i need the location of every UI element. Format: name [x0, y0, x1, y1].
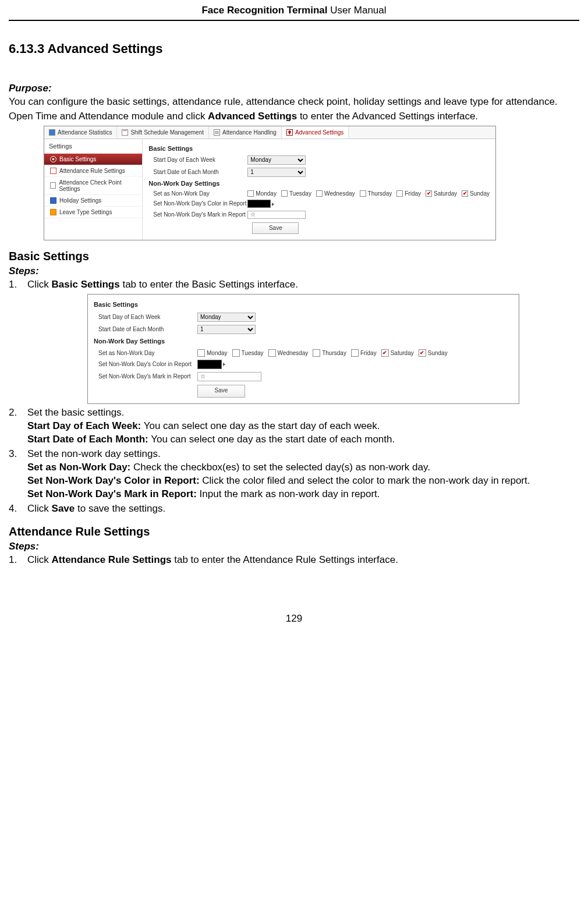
fig2-mark-input[interactable]: ☆	[197, 372, 261, 381]
main-pane: Basic Settings Start Day of Each Week Mo…	[143, 139, 495, 240]
settings-sidebar: Settings Basic Settings Attendance Rule …	[44, 139, 143, 240]
sidebar-item-basic[interactable]: Basic Settings	[44, 154, 142, 165]
save-button[interactable]: Save	[252, 222, 299, 234]
label-start-day: Start Day of Each Week	[148, 157, 247, 163]
sidebar-item-rule[interactable]: Attendance Rule Settings	[44, 165, 142, 177]
header-title-rest: User Manual	[327, 5, 386, 16]
sidebar-item-holiday[interactable]: Holiday Settings	[44, 195, 142, 207]
cb-sunday[interactable]: ✔Sunday	[462, 190, 490, 197]
list-icon	[214, 129, 220, 136]
flag-icon	[50, 197, 56, 204]
cb-friday[interactable]: ✔Friday	[396, 190, 421, 197]
subheading-basic: Basic Settings	[9, 250, 579, 263]
sidebar-item-leave[interactable]: Leave Type Settings	[44, 207, 142, 218]
steps-list-rule: Click Attendance Rule Settings tab to en…	[9, 554, 579, 567]
step-2: Set the basic settings. Start Day of Eac…	[9, 406, 579, 446]
tab-attendance-handling[interactable]: Attendance Handling	[209, 126, 282, 139]
fig2-color-picker[interactable]	[197, 360, 222, 369]
label-set-nonwork: Set as Non-Work Day	[148, 190, 247, 197]
fig2-group-basic: Basic Settings	[94, 300, 513, 309]
mark-input[interactable]: ☆	[247, 211, 306, 219]
sidebar-item-checkpoint[interactable]: Attendance Check Point Settings	[44, 177, 142, 195]
fig2-checkbox-row-days: ✔Monday ✔Tuesday ✔Wednesday ✔Thursday ✔F…	[197, 349, 448, 357]
steps-list-basic: Click Basic Settings tab to enter the Ba…	[9, 278, 579, 516]
page-number: 129	[9, 613, 579, 625]
cb-thursday[interactable]: ✔Thursday	[360, 190, 392, 197]
tab-shift-schedule[interactable]: Shift Schedule Management	[117, 126, 209, 139]
cb-wednesday[interactable]: ✔Wednesday	[316, 190, 355, 197]
fig2-group-nonwork: Non-Work Day Settings	[94, 337, 513, 346]
fig2-cb-wednesday[interactable]: ✔Wednesday	[268, 349, 309, 357]
group-nonwork: Non-Work Day Settings	[148, 180, 490, 187]
fig2-select-start-date[interactable]: 1	[197, 325, 256, 334]
fig2-label-start-day: Start Day of Each Week	[94, 313, 197, 321]
select-start-day[interactable]: Monday	[247, 155, 306, 165]
cb-tuesday[interactable]: ✔Tuesday	[281, 190, 311, 197]
calendar-small-icon	[50, 168, 56, 174]
fig2-cb-monday[interactable]: ✔Monday	[197, 349, 228, 357]
page-header: Face Recognition Terminal User Manual	[9, 0, 579, 21]
tab-attendance-statistics[interactable]: Attendance Statistics	[44, 126, 117, 139]
rule-step-1: Click Attendance Rule Settings tab to en…	[9, 554, 579, 567]
color-picker[interactable]	[247, 200, 271, 208]
tab-advanced-settings[interactable]: Advanced Settings	[282, 126, 349, 139]
sidebar-heading: Settings	[44, 139, 142, 154]
document-icon	[50, 182, 56, 189]
calendar-icon	[122, 129, 128, 136]
fig2-label-nonwork-color: Set Non-Work Day's Color in Report	[94, 360, 197, 368]
fig2-cb-tuesday[interactable]: ✔Tuesday	[232, 349, 264, 357]
bar-chart-icon	[49, 129, 55, 136]
purpose-label: Purpose:	[9, 83, 579, 94]
steps-label-2: Steps:	[9, 541, 579, 552]
step-4: Click Save to save the settings.	[9, 502, 579, 516]
gear-icon	[50, 156, 56, 162]
fig2-select-start-day[interactable]: Monday	[197, 313, 256, 322]
cb-saturday[interactable]: ✔Saturday	[426, 190, 457, 197]
fig2-label-nonwork-mark: Set Non-Work Day's Mark in Report	[94, 373, 197, 381]
leave-icon	[50, 209, 56, 215]
purpose-text-2: Open Time and Attendance module and clic…	[9, 110, 579, 123]
checkbox-row-days: ✔Monday ✔Tuesday ✔Wednesday ✔Thursday ✔F…	[247, 190, 490, 197]
group-basic-settings: Basic Settings	[148, 145, 490, 152]
cb-monday[interactable]: ✔Monday	[247, 190, 277, 197]
fig2-label-set-nonwork: Set as Non-Work Day	[94, 349, 197, 357]
fig2-cb-thursday[interactable]: ✔Thursday	[313, 349, 346, 357]
purpose-text-1: You can configure the basic settings, at…	[9, 95, 579, 109]
label-nonwork-mark: Set Non-Work Day's Mark in Report	[148, 211, 247, 218]
fig2-label-start-date: Start Date of Each Month	[94, 325, 197, 334]
label-start-date: Start Date of Each Month	[148, 169, 247, 175]
subheading-rule: Attendance Rule Settings	[9, 525, 579, 538]
step-1: Click Basic Settings tab to enter the Ba…	[9, 278, 579, 404]
fig2-cb-saturday[interactable]: ✔Saturday	[381, 349, 414, 357]
label-nonwork-color: Set Non-Work Day's Color in Report	[148, 200, 247, 207]
fig2-cb-friday[interactable]: ✔Friday	[351, 349, 377, 357]
step-3: Set the non-work day settings. Set as No…	[9, 448, 579, 501]
steps-label-1: Steps:	[9, 265, 579, 277]
header-title-bold: Face Recognition Terminal	[201, 5, 327, 16]
fig2-save-button[interactable]: Save	[197, 385, 245, 398]
tab-bar: Attendance Statistics Shift Schedule Man…	[44, 126, 495, 139]
select-start-date[interactable]: 1	[247, 168, 306, 177]
wrench-icon	[286, 129, 293, 136]
figure-advanced-settings: Attendance Statistics Shift Schedule Man…	[44, 126, 496, 240]
fig2-cb-sunday[interactable]: ✔Sunday	[419, 349, 448, 357]
section-heading: 6.13.3 Advanced Settings	[9, 41, 579, 56]
figure-basic-settings: Basic Settings Start Day of Each Week Mo…	[87, 294, 519, 404]
